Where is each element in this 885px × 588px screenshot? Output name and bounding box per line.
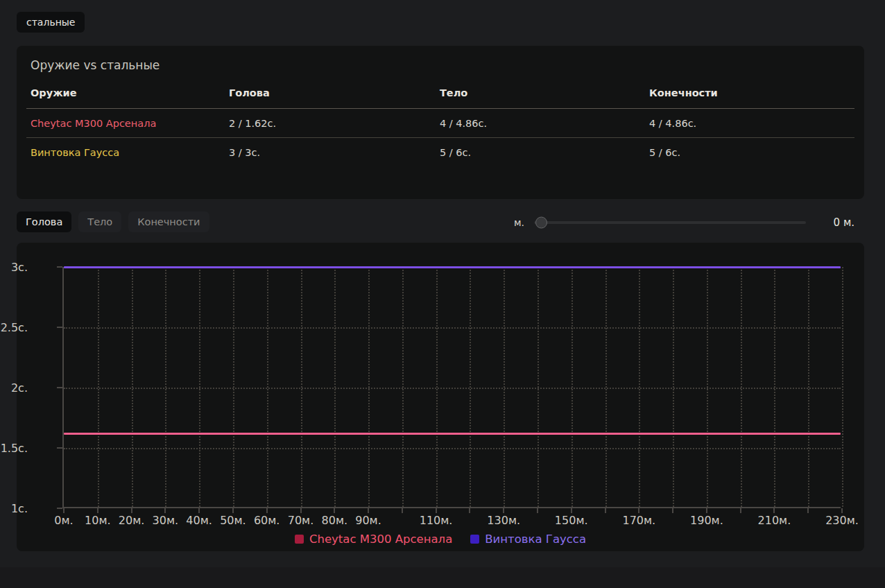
weapon-comparison-panel: Оружие vs стальные Оружие Голова Тело Ко… — [17, 46, 864, 199]
x-axis-tick — [266, 508, 268, 513]
x-tick-label: 80м. — [322, 514, 348, 527]
x-gridline — [707, 267, 708, 507]
table-cell-limbs: 4 / 4.86с. — [645, 109, 854, 138]
table-cell-body: 5 / 6с. — [436, 138, 645, 166]
x-gridline — [808, 267, 809, 507]
y-axis-tick — [57, 387, 62, 388]
tab-body[interactable]: Тело — [78, 211, 121, 232]
x-tick-label: 20м. — [119, 514, 145, 527]
x-gridline — [98, 267, 99, 507]
x-gridline — [842, 267, 843, 507]
x-gridline — [741, 267, 742, 507]
x-tick-label: 210м. — [758, 514, 791, 527]
y-gridline — [64, 388, 841, 389]
x-tick-label: 170м. — [622, 514, 655, 527]
distance-slider-handle[interactable] — [535, 217, 547, 229]
column-header-head: Голова — [225, 82, 436, 109]
x-tick-label: 0м. — [54, 514, 73, 527]
x-tick-label: 230м. — [825, 514, 859, 527]
legend-label: Cheytac M300 Арсенала — [309, 533, 452, 546]
column-header-body: Тело — [436, 82, 645, 109]
y-axis-tick — [57, 327, 62, 328]
chart-legend: Cheytac M300 АрсеналаВинтовка Гаусса — [17, 533, 864, 546]
weapon-link[interactable]: Cheytac M300 Арсенала — [31, 118, 156, 129]
x-axis-tick — [63, 508, 65, 513]
x-axis-tick — [368, 508, 369, 513]
table-cell-head: 2 / 1.62с. — [225, 109, 436, 138]
y-tick-label: 3с. — [0, 261, 28, 274]
x-gridline — [605, 267, 607, 507]
x-axis-tick — [571, 508, 572, 513]
legend-swatch — [470, 535, 479, 544]
plot-area: 1с.1.5с.2с.2.5с.3с.0м.10м.20м.30м.40м.50… — [62, 267, 841, 508]
x-tick-label: 70м. — [288, 514, 314, 527]
x-gridline — [199, 267, 200, 507]
table-cell-body: 4 / 4.86с. — [436, 109, 645, 138]
x-tick-label: 190м. — [690, 514, 723, 527]
x-axis-tick — [638, 508, 639, 513]
x-gridline — [538, 267, 539, 507]
bodypart-tabs: Голова Тело Конечности — [17, 211, 209, 232]
x-axis-tick — [740, 508, 741, 513]
weapon-link[interactable]: Винтовка Гаусса — [31, 147, 119, 158]
x-axis-tick — [334, 508, 335, 513]
footer-strip — [0, 567, 885, 588]
tab-head[interactable]: Голова — [17, 211, 71, 232]
x-tick-label: 40м. — [186, 514, 212, 527]
legend-item[interactable]: Винтовка Гаусса — [470, 533, 586, 546]
x-axis-tick — [672, 508, 673, 513]
x-gridline — [267, 267, 268, 507]
x-tick-label: 110м. — [420, 514, 453, 527]
x-gridline — [673, 267, 674, 507]
x-tick-label: 90м. — [355, 514, 381, 527]
ttk-chart-panel: 1с.1.5с.2с.2.5с.3с.0м.10м.20м.30м.40м.50… — [17, 243, 864, 551]
x-axis-tick — [503, 508, 504, 513]
series-line — [64, 433, 841, 435]
x-gridline — [233, 267, 234, 507]
enemy-filter-chip[interactable]: стальные — [17, 12, 85, 33]
distance-slider[interactable] — [534, 221, 806, 224]
y-tick-label: 2с. — [0, 381, 28, 395]
y-tick-label: 1.5с. — [0, 442, 28, 455]
x-axis-tick — [537, 508, 538, 513]
x-gridline — [301, 267, 302, 507]
table-row-weapon-name[interactable]: Cheytac M300 Арсенала — [26, 109, 225, 138]
x-axis-tick — [97, 508, 98, 513]
y-tick-label: 1с. — [0, 502, 28, 515]
column-header-limbs: Конечности — [645, 82, 854, 109]
x-gridline — [132, 267, 133, 507]
x-gridline — [368, 267, 370, 507]
table-cell-head: 3 / 3с. — [225, 138, 436, 166]
x-axis-tick — [706, 508, 707, 513]
tab-limbs[interactable]: Конечности — [128, 211, 209, 232]
legend-item[interactable]: Cheytac M300 Арсенала — [295, 533, 452, 546]
x-axis-tick — [300, 508, 302, 513]
x-gridline — [165, 267, 166, 507]
x-axis-tick — [402, 508, 403, 513]
table-row-weapon-name[interactable]: Винтовка Гаусса — [26, 138, 225, 166]
y-gridline — [64, 327, 841, 329]
distance-slider-value: 0 м. — [824, 216, 854, 229]
table-cell-limbs: 5 / 6с. — [645, 138, 854, 166]
y-tick-label: 2.5с. — [0, 321, 28, 334]
legend-swatch — [295, 535, 304, 544]
x-tick-label: 10м. — [85, 514, 111, 527]
y-axis-tick — [57, 447, 62, 449]
x-axis-tick — [436, 508, 437, 513]
legend-label: Винтовка Гаусса — [485, 533, 586, 546]
x-tick-label: 50м. — [220, 514, 246, 527]
y-axis-tick — [57, 508, 62, 509]
x-tick-label: 60м. — [254, 514, 280, 527]
x-tick-label: 30м. — [153, 514, 179, 527]
series-line — [64, 266, 841, 268]
x-axis-tick — [232, 508, 234, 513]
slider-unit-label: м. — [514, 217, 524, 228]
x-gridline — [572, 267, 573, 507]
x-axis-tick — [131, 508, 132, 513]
x-axis-tick — [773, 508, 775, 513]
x-tick-label: 130м. — [487, 514, 520, 527]
y-gridline — [64, 448, 841, 449]
x-gridline — [639, 267, 640, 507]
x-axis-tick — [605, 508, 606, 513]
x-gridline — [334, 267, 336, 507]
